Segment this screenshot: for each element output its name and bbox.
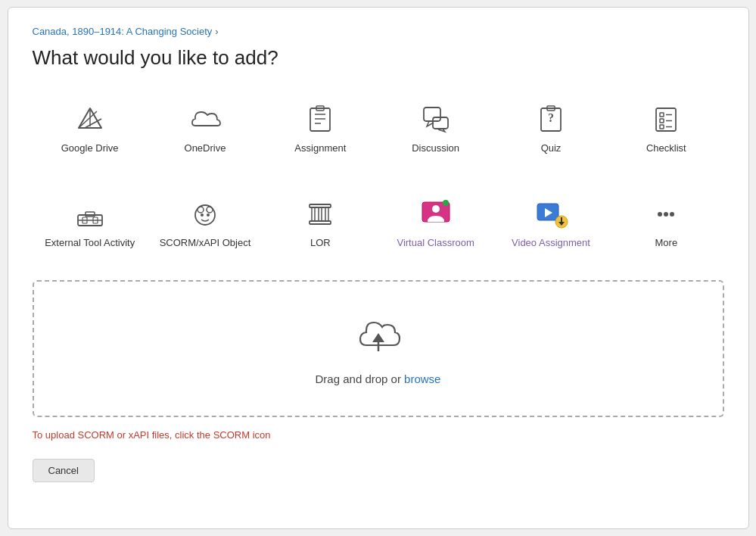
scorm-note: To upload SCORM or xAPI files, click the… xyxy=(33,429,724,441)
checklist-icon xyxy=(649,103,683,136)
items-row-1: Google Drive OneDrive xyxy=(33,91,724,164)
svg-point-38 xyxy=(432,205,440,213)
svg-rect-35 xyxy=(325,207,328,221)
scorm-label: SCORM/xAPI Object xyxy=(160,237,251,250)
scorm-icon xyxy=(188,198,222,231)
svg-point-27 xyxy=(198,207,204,213)
svg-rect-33 xyxy=(312,207,315,221)
svg-rect-15 xyxy=(660,113,664,117)
google-drive-button[interactable]: Google Drive xyxy=(33,91,148,164)
video-assignment-label: Video Assignment xyxy=(512,237,590,250)
lor-button[interactable]: LOR xyxy=(263,185,378,259)
assignment-icon xyxy=(303,103,337,136)
svg-rect-4 xyxy=(310,108,330,131)
browse-link[interactable]: browse xyxy=(404,372,440,385)
more-label: More xyxy=(655,237,678,250)
svg-point-45 xyxy=(658,212,662,217)
svg-text:?: ? xyxy=(548,111,554,124)
breadcrumb: Canada, 1890–1914: A Changing Society › xyxy=(33,26,724,37)
svg-rect-17 xyxy=(660,119,664,123)
svg-rect-22 xyxy=(86,212,95,217)
onedrive-label: OneDrive xyxy=(185,142,226,155)
svg-point-46 xyxy=(664,212,668,217)
discussion-label: Discussion xyxy=(412,142,459,155)
discussion-button[interactable]: Discussion xyxy=(378,91,493,164)
upload-icon xyxy=(354,312,403,363)
more-button[interactable]: More xyxy=(608,185,723,259)
svg-point-29 xyxy=(201,213,204,217)
svg-point-47 xyxy=(670,212,674,217)
more-icon xyxy=(649,198,683,231)
svg-point-30 xyxy=(207,213,210,217)
svg-point-39 xyxy=(443,200,449,206)
lor-icon xyxy=(303,198,337,231)
svg-line-2 xyxy=(79,111,97,128)
svg-point-28 xyxy=(207,207,213,213)
checklist-button[interactable]: Checklist xyxy=(608,91,723,164)
virtual-classroom-button[interactable]: Virtual Classroom xyxy=(378,185,493,259)
google-drive-label: Google Drive xyxy=(61,142,119,155)
video-assignment-button[interactable]: Video Assignment xyxy=(493,185,608,259)
svg-rect-9 xyxy=(424,108,440,121)
discussion-icon xyxy=(419,103,453,136)
quiz-label: Quiz xyxy=(541,142,562,155)
drop-zone[interactable]: Drag and drop or browse xyxy=(33,280,724,417)
virtual-classroom-label: Virtual Classroom xyxy=(397,237,474,250)
svg-rect-19 xyxy=(660,125,664,129)
cancel-button[interactable]: Cancel xyxy=(33,459,95,482)
add-content-dialog: Canada, 1890–1914: A Changing Society › … xyxy=(8,7,749,529)
external-tool-icon xyxy=(73,198,107,231)
external-tool-label: External Tool Activity xyxy=(45,237,135,250)
drop-zone-text: Drag and drop or browse xyxy=(316,372,441,385)
video-assignment-icon xyxy=(534,198,568,231)
google-drive-icon xyxy=(73,103,107,136)
assignment-label: Assignment xyxy=(294,142,346,155)
external-tool-button[interactable]: External Tool Activity xyxy=(33,185,148,259)
assignment-button[interactable]: Assignment xyxy=(263,91,378,164)
lor-label: LOR xyxy=(310,237,331,250)
page-title: What would you like to add? xyxy=(33,46,724,70)
svg-rect-14 xyxy=(656,108,676,131)
breadcrumb-separator: › xyxy=(215,26,218,37)
breadcrumb-link[interactable]: Canada, 1890–1914: A Changing Society xyxy=(33,26,213,37)
svg-rect-34 xyxy=(319,207,322,221)
svg-marker-49 xyxy=(372,333,384,342)
quiz-button[interactable]: ? Quiz xyxy=(493,91,608,164)
onedrive-icon xyxy=(188,103,222,136)
virtual-classroom-icon xyxy=(419,198,453,231)
quiz-icon: ? xyxy=(534,103,568,136)
scorm-button[interactable]: SCORM/xAPI Object xyxy=(148,185,263,259)
items-row-2: External Tool Activity SCORM/xAPI Object xyxy=(33,185,724,259)
checklist-label: Checklist xyxy=(646,142,686,155)
onedrive-button[interactable]: OneDrive xyxy=(148,91,263,164)
